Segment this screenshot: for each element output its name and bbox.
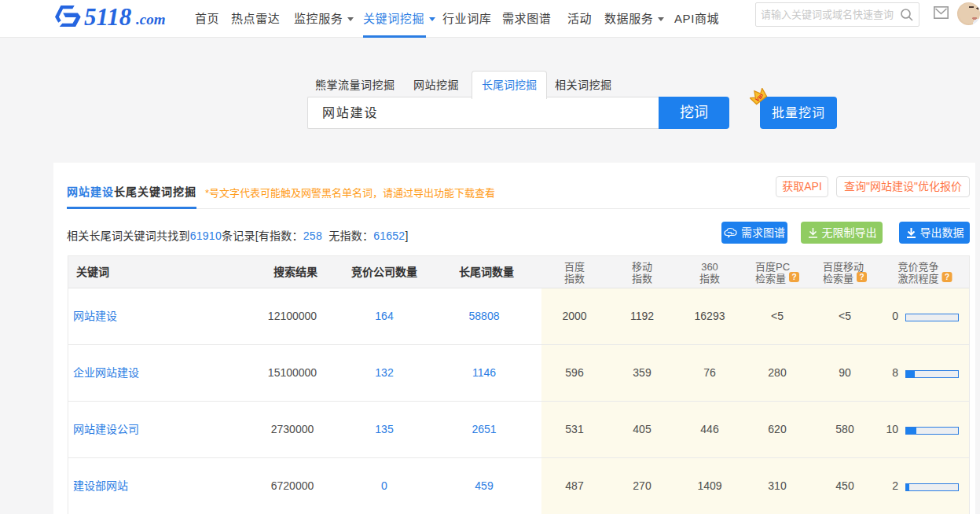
svg-text:.com: .com bbox=[136, 11, 165, 28]
svg-text:5118: 5118 bbox=[84, 6, 132, 28]
